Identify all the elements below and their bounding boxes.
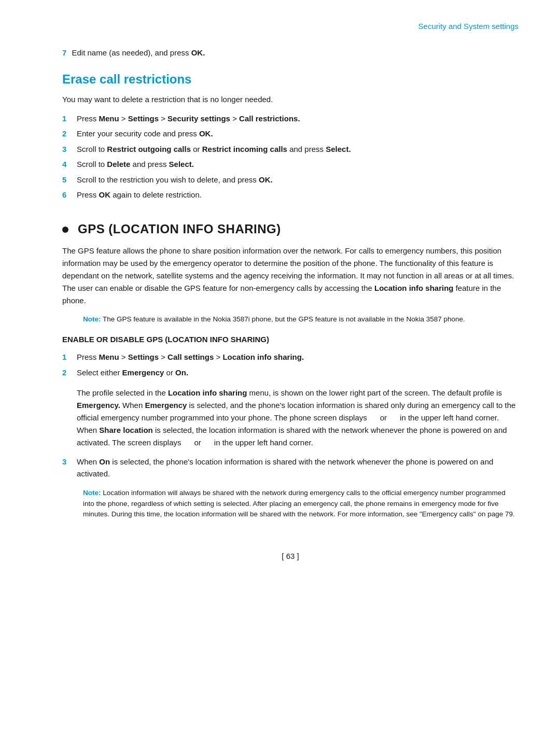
gps-step3-list: 3 When On is selected, the phone's locat…	[62, 456, 519, 480]
page-number: [ 63 ]	[282, 552, 299, 560]
erase-section-title: Erase call restrictions	[62, 70, 519, 89]
gps-step-1: 1 Press Menu > Settings > Call settings …	[62, 351, 519, 363]
step7-intro: 7 Edit name (as needed), and press OK.	[62, 47, 519, 59]
erase-step-2: 2 Enter your security code and press OK.	[62, 128, 519, 140]
bullet-dot	[62, 227, 68, 233]
gps-section: GPS (LOCATION INFO SHARING) The GPS feat…	[62, 220, 519, 520]
page-footer: [ 63 ]	[62, 551, 519, 562]
erase-steps-list: 1 Press Menu > Settings > Security setti…	[62, 113, 519, 201]
erase-section: Erase call restrictions You may want to …	[62, 70, 519, 201]
gps-step-3: 3 When On is selected, the phone's locat…	[62, 456, 519, 480]
gps-body-text: The GPS feature allows the phone to shar…	[62, 245, 519, 307]
gps-step2-body: The profile selected in the Location inf…	[77, 387, 519, 449]
page-header: Security and System settings	[62, 21, 519, 33]
erase-section-intro: You may want to delete a restriction tha…	[62, 94, 519, 106]
gps-subsection-title: ENABLE OR DISABLE GPS (LOCATION INFO SHA…	[62, 334, 519, 346]
gps-note-2: Note: Location information will always b…	[83, 488, 519, 519]
step7-number: 7	[62, 48, 66, 57]
gps-section-title: GPS (LOCATION INFO SHARING)	[78, 220, 281, 238]
erase-step-1: 1 Press Menu > Settings > Security setti…	[62, 113, 519, 125]
header-title: Security and System settings	[418, 22, 519, 31]
erase-step-5: 5 Scroll to the restriction you wish to …	[62, 174, 519, 186]
gps-step-2: 2 Select either Emergency or On.	[62, 367, 519, 379]
erase-step-4: 4 Scroll to Delete and press Select.	[62, 159, 519, 171]
gps-title-row: GPS (LOCATION INFO SHARING)	[62, 220, 519, 238]
gps-note-1: Note: The GPS feature is available in th…	[83, 314, 519, 325]
erase-step-3: 3 Scroll to Restrict outgoing calls or R…	[62, 144, 519, 156]
erase-step-6: 6 Press OK again to delete restriction.	[62, 189, 519, 201]
gps-steps-list: 1 Press Menu > Settings > Call settings …	[62, 351, 519, 378]
